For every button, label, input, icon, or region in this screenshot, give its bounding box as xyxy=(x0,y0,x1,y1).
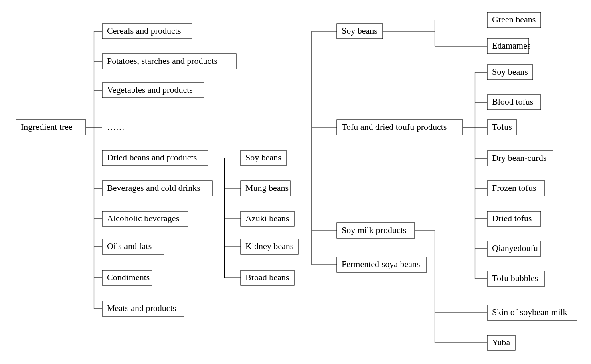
root-node-label: Ingredient tree xyxy=(21,122,73,132)
level4-edamames-label: Edamames xyxy=(492,40,531,51)
level4-soy-beans-4-label: Soy beans xyxy=(492,67,528,77)
level1-beverages: Beverages and cold drinks xyxy=(102,181,212,196)
level4-blood-tofus-label: Blood tofus xyxy=(492,97,533,107)
level1-meats-label: Meats and products xyxy=(107,303,176,313)
level1-cereals-label: Cereals and products xyxy=(107,26,181,36)
level1-potatoes: Potatoes, starches and products xyxy=(102,54,236,69)
level3-soy-beans-3: Soy beans xyxy=(337,24,383,39)
level4-green-beans-label: Green beans xyxy=(492,14,536,24)
level1-alcoholic-label: Alcoholic beverages xyxy=(107,213,179,223)
level4-soy-beans-4: Soy beans xyxy=(487,65,533,80)
level4-dry-bean-curds-label: Dry bean-curds xyxy=(492,153,546,163)
level3-soy-beans-3-label: Soy beans xyxy=(342,26,378,36)
level1-condiments-label: Condiments xyxy=(107,272,150,282)
level4-tofus-label: Tofus xyxy=(492,122,512,132)
level1-dried-beans: Dried beans and products xyxy=(102,150,208,166)
level4-yuba: Yuba xyxy=(487,335,515,350)
level1-vegetables-label: Vegetables and products xyxy=(107,85,193,95)
level4-edamames: Edamames xyxy=(487,38,531,54)
level4-qianyedoufu-label: Qianyedoufu xyxy=(492,243,538,253)
level1-alcoholic: Alcoholic beverages xyxy=(102,211,188,226)
level4-qianyedoufu: Qianyedoufu xyxy=(487,241,541,256)
level3-fermented-soya-beans: Fermented soya beans xyxy=(337,257,427,272)
level1-beverages-label: Beverages and cold drinks xyxy=(107,183,200,193)
level1-oils-label: Oils and fats xyxy=(107,241,152,251)
level4-dried-tofus-label: Dried tofus xyxy=(492,213,532,223)
root-node: Ingredient tree xyxy=(16,120,86,135)
level1-condiments: Condiments xyxy=(102,270,152,285)
level1-ellipsis-label: …… xyxy=(107,122,125,132)
level2-kidney-beans-label: Kidney beans xyxy=(245,241,293,251)
level2-azuki-beans-label: Azuki beans xyxy=(245,213,289,223)
level2-mung-beans-label: Mung beans xyxy=(245,183,289,193)
level1-cereals: Cereals and products xyxy=(102,24,192,39)
level2-azuki-beans: Azuki beans xyxy=(241,211,294,226)
level4-green-beans: Green beans xyxy=(487,12,541,28)
level4-blood-tofus: Blood tofus xyxy=(487,95,541,110)
level2-broad-beans-label: Broad beans xyxy=(245,272,289,282)
level3-soy-milk-products: Soy milk products xyxy=(337,223,415,238)
level1-dried-beans-label: Dried beans and products xyxy=(107,152,197,162)
level4-dry-bean-curds: Dry bean-curds xyxy=(487,151,553,166)
level3-soy-milk-products-label: Soy milk products xyxy=(342,225,406,235)
level4-tofus: Tofus xyxy=(487,120,517,135)
level4-dried-tofus: Dried tofus xyxy=(487,211,541,226)
level3-tofu-dried-products: Tofu and dried toufu products xyxy=(337,120,463,135)
level2-mung-beans: Mung beans xyxy=(241,181,290,196)
level4-frozen-tofus: Frozen tofus xyxy=(487,181,545,196)
level1-vegetables: Vegetables and products xyxy=(102,83,204,98)
level4-tofu-bubbles: Tofu bubbles xyxy=(487,271,545,286)
level2-soy-beans-2-label: Soy beans xyxy=(245,152,281,162)
level1-meats: Meats and products xyxy=(102,301,184,316)
level1-ellipsis: …… xyxy=(107,122,125,132)
level4-skin-soybean-milk: Skin of soybean milk xyxy=(487,305,577,320)
level4-skin-soybean-milk-label: Skin of soybean milk xyxy=(492,307,567,317)
level1-potatoes-label: Potatoes, starches and products xyxy=(107,56,217,66)
level3-tofu-dried-products-label: Tofu and dried toufu products xyxy=(342,122,447,132)
level2-broad-beans: Broad beans xyxy=(241,270,294,285)
ingredient-tree-diagram: Ingredient treeCereals and productsPotat… xyxy=(0,0,591,364)
level1-oils: Oils and fats xyxy=(102,239,164,254)
level2-kidney-beans: Kidney beans xyxy=(241,239,298,254)
level4-frozen-tofus-label: Frozen tofus xyxy=(492,183,536,193)
level4-yuba-label: Yuba xyxy=(492,337,510,347)
level3-fermented-soya-beans-label: Fermented soya beans xyxy=(342,259,420,269)
level2-soy-beans-2: Soy beans xyxy=(241,150,286,166)
level4-tofu-bubbles-label: Tofu bubbles xyxy=(492,273,538,283)
